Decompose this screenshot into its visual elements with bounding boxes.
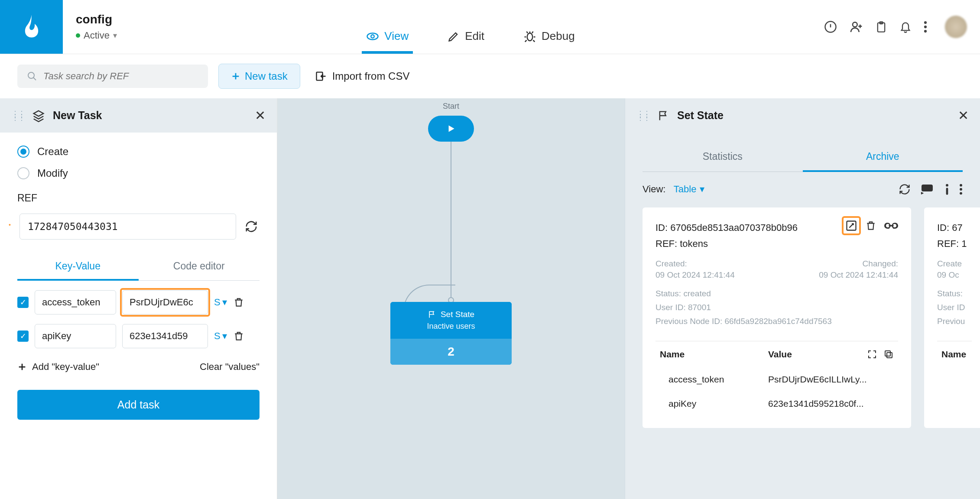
right-panel: ⋮⋮⋮⋮ Set State ✕ Statistics Archive View… [625, 98, 980, 499]
node-title: Set State [441, 310, 474, 319]
add-user-icon[interactable] [849, 20, 863, 34]
kv-key-0[interactable] [35, 290, 116, 314]
search-box[interactable] [17, 65, 208, 88]
new-task-label: New task [245, 70, 288, 82]
tab-statistics[interactable]: Statistics [643, 143, 803, 172]
new-task-button[interactable]: New task [218, 64, 300, 89]
subtab-key-value[interactable]: Key-Value [17, 253, 139, 281]
workflow-canvas[interactable]: Start Set State Inactive users 2 [277, 98, 625, 499]
prevnode-line: Previous Node ID: 66fd5a9282ba961c74dd75… [655, 314, 898, 328]
import-csv-button[interactable]: Import from CSV [311, 64, 414, 88]
radio-create[interactable]: Create [17, 146, 260, 158]
ref-label: REF [17, 192, 260, 204]
status-dropdown[interactable]: Active ▾ [76, 30, 117, 41]
svg-rect-15 [946, 188, 948, 195]
set-state-node[interactable]: Set State Inactive users 2 [390, 302, 512, 365]
checkbox-checked-icon[interactable]: ✓ [17, 331, 29, 342]
subtab-code-editor[interactable]: Code editor [139, 253, 260, 281]
created-value: 09 Oct 2024 12:41:44 [655, 270, 735, 280]
search-input[interactable] [43, 71, 198, 82]
flag-icon [428, 310, 436, 319]
close-left-panel[interactable]: ✕ [255, 108, 266, 123]
tab-edit-label: Edit [465, 29, 484, 43]
svg-point-7 [924, 21, 927, 24]
refresh-ref-icon[interactable] [245, 220, 258, 233]
delete-card-icon[interactable] [865, 220, 876, 232]
drag-grip-icon[interactable]: ⋮⋮⋮⋮ [11, 112, 24, 119]
link-icon[interactable] [884, 220, 898, 231]
tab-edit[interactable]: Edit [443, 0, 489, 54]
archive-card-peek: ID: 67 REF: 1 Create 09 Oc Status: User … [924, 207, 980, 428]
add-task-button[interactable]: Add task [17, 390, 260, 420]
radio-off-icon [17, 167, 29, 179]
edit-card-icon[interactable] [845, 220, 857, 232]
card-ref-label: REF: [655, 238, 677, 249]
chevron-down-icon: ▾ [222, 331, 227, 342]
csv-export-icon[interactable]: CSV [920, 183, 935, 195]
alert-icon[interactable] [824, 20, 837, 33]
svg-point-16 [960, 184, 962, 187]
drag-grip-icon[interactable]: ⋮⋮⋮⋮ [636, 112, 649, 119]
kv-type-0[interactable]: S ▾ [214, 297, 227, 308]
kv-row-1: ✓ S ▾ [17, 324, 260, 348]
clipboard-icon[interactable] [875, 20, 887, 33]
toolbar: New task Import from CSV [0, 54, 980, 98]
import-icon [315, 70, 327, 82]
kebab-menu-icon[interactable] [924, 20, 927, 33]
bell-icon[interactable] [899, 20, 912, 33]
svg-point-4 [853, 22, 857, 27]
clear-values-button[interactable]: Clear "values" [200, 361, 260, 373]
changed-value: 09 Oct 2024 12:41:44 [819, 270, 898, 280]
checkbox-checked-icon[interactable]: ✓ [17, 297, 29, 308]
node-count: 2 [390, 339, 512, 365]
radio-on-icon [17, 146, 29, 158]
radio-create-label: Create [37, 146, 68, 158]
play-icon [445, 123, 457, 134]
row-value-1: 623e1341d595218c0f... [768, 399, 894, 409]
refresh-icon[interactable] [899, 183, 911, 195]
info-icon[interactable] [944, 183, 950, 195]
svg-point-0 [367, 33, 378, 39]
close-right-panel[interactable]: ✕ [958, 108, 969, 123]
tab-debug[interactable]: Debug [519, 0, 579, 54]
col-value: Value [768, 349, 867, 360]
card-id-value: 67065de8513aa070378b0b96 [670, 222, 798, 233]
changed-label: Changed: [819, 259, 898, 269]
kv-key-1[interactable] [35, 324, 116, 348]
row-name-1: apiKey [668, 399, 768, 409]
radio-modify[interactable]: Modify [17, 167, 260, 179]
app-logo[interactable] [0, 0, 63, 54]
svg-point-18 [960, 192, 962, 194]
kv-value-1[interactable] [122, 324, 208, 348]
copy-icon[interactable] [883, 349, 894, 360]
svg-point-1 [371, 35, 375, 38]
view-dropdown[interactable]: Table ▾ [674, 184, 705, 195]
delete-kv-1[interactable] [233, 330, 244, 342]
svg-text:CSV: CSV [923, 186, 931, 191]
chevron-down-icon: ▾ [222, 297, 227, 308]
panel-title-right: Set State [677, 109, 950, 122]
add-key-value-button[interactable]: Add "key-value" [17, 361, 99, 373]
created-label: Created: [655, 259, 735, 269]
delete-kv-0[interactable] [233, 296, 244, 308]
row-name-0: access_token [668, 374, 768, 385]
kv-value-0[interactable] [122, 290, 208, 314]
table-row: apiKey 623e1341d595218c0f... [655, 392, 898, 416]
status-label: Active [84, 30, 110, 41]
start-label: Start [443, 102, 459, 111]
tab-view-label: View [384, 29, 409, 43]
required-star-icon: • [9, 221, 11, 228]
kebab-menu-icon[interactable] [959, 183, 963, 195]
tab-archive[interactable]: Archive [803, 143, 963, 172]
kv-type-1[interactable]: S ▾ [214, 331, 227, 342]
ref-input[interactable] [19, 214, 236, 240]
plus-icon [17, 362, 27, 372]
expand-icon[interactable] [867, 349, 877, 360]
radio-modify-label: Modify [37, 167, 68, 179]
plus-icon [231, 71, 240, 81]
status-line: Status: created [655, 287, 898, 301]
start-node[interactable] [428, 116, 474, 142]
row-value-0: PsrDUjrDwE6cILLIwLy... [768, 374, 894, 385]
avatar[interactable] [944, 16, 967, 38]
tab-view[interactable]: View [362, 0, 413, 54]
